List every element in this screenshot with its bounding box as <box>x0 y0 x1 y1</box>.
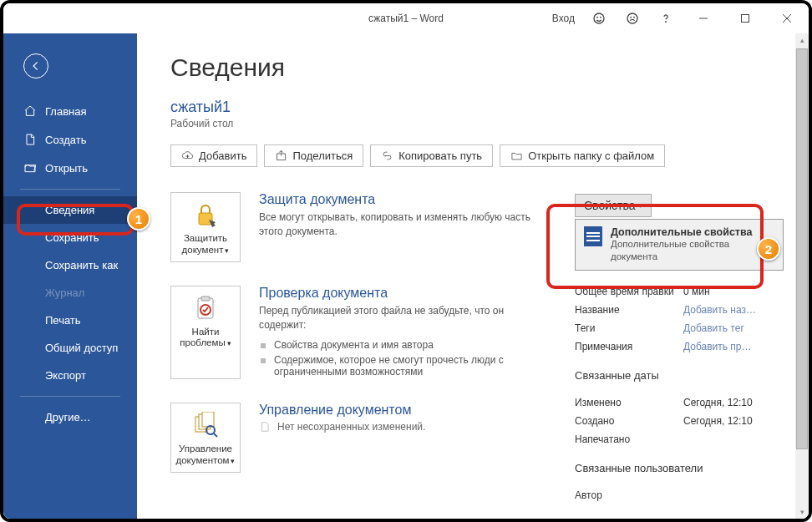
properties-dropdown-button[interactable]: Свойства ▾ <box>575 194 652 217</box>
prop-label: Теги <box>575 322 683 334</box>
btn-label: Свойства <box>584 199 635 212</box>
dropdown-title: Дополнительные свойства <box>611 226 774 238</box>
chevron-down-icon: ▾ <box>225 246 229 256</box>
sidebar-item-print[interactable]: Печать <box>3 307 137 334</box>
sidebar-label: Журнал <box>45 286 84 299</box>
prop-label: Общее время правки <box>575 286 683 297</box>
sidebar-item-home[interactable]: Главная <box>3 97 137 125</box>
svg-line-20 <box>214 433 217 437</box>
sidebar-item-history: Журнал <box>3 279 137 307</box>
backstage-sidebar: Главная Создать Открыть Сведения Сохрани… <box>3 33 137 519</box>
scrollbar[interactable]: ▴ ▾ <box>795 33 809 519</box>
sidebar-item-open[interactable]: Открыть <box>3 154 137 182</box>
prop-value: Сегодня, 12:10 <box>683 415 753 427</box>
window-title: сжатый1 – Word <box>368 13 444 24</box>
sidebar-item-info[interactable]: Сведения <box>3 196 137 224</box>
main-content: Сведения сжатый1 Рабочий стол Добавить П… <box>137 33 809 519</box>
annotation-badge-2: 2 <box>757 237 780 261</box>
prop-label: Создано <box>575 415 683 427</box>
document-icon <box>259 421 271 433</box>
advanced-properties-item[interactable]: Дополнительные свойства Дополнительные с… <box>575 219 784 271</box>
svg-point-6 <box>666 22 667 23</box>
sidebar-label: Экспорт <box>45 369 86 382</box>
sidebar-item-export[interactable]: Экспорт <box>3 362 137 389</box>
divider <box>20 396 120 397</box>
btn-label: Управление документом <box>176 443 232 465</box>
properties-icon <box>584 226 602 246</box>
close-button[interactable] <box>769 6 805 31</box>
sidebar-label: Сохранить <box>45 231 99 244</box>
scroll-up-icon[interactable]: ▴ <box>795 33 809 47</box>
btn-label: Защитить документ <box>182 233 228 255</box>
clipboard-check-icon <box>192 295 219 322</box>
copy-path-button[interactable]: Копировать путь <box>370 144 493 167</box>
section-title: Управление документом <box>259 403 425 418</box>
btn-label: Копировать путь <box>398 150 482 162</box>
sidebar-item-new[interactable]: Создать <box>3 125 137 154</box>
chevron-down-icon: ▾ <box>227 339 231 348</box>
list-item: Свойства документа и имя автора <box>259 337 541 352</box>
btn-label: Добавить <box>199 150 246 162</box>
sidebar-item-saveas[interactable]: Сохранить как <box>3 251 137 279</box>
sidebar-label: Создать <box>45 134 86 146</box>
file-toolbar: Добавить Поделиться Копировать путь Откр… <box>170 144 784 167</box>
section-title: Защита документа <box>259 192 541 207</box>
sad-icon[interactable] <box>618 6 647 31</box>
svg-rect-12 <box>199 213 212 225</box>
scroll-down-icon[interactable]: ▾ <box>795 505 809 519</box>
svg-point-3 <box>627 13 637 23</box>
sidebar-item-more[interactable]: Другие… <box>3 403 137 431</box>
chevron-down-icon: ▾ <box>231 457 235 466</box>
scroll-thumb[interactable] <box>796 48 808 449</box>
sidebar-label: Другие… <box>45 411 91 423</box>
svg-point-2 <box>601 17 601 18</box>
minimize-button[interactable] <box>685 6 722 31</box>
sidebar-item-share[interactable]: Общий доступ <box>3 334 137 362</box>
sidebar-label: Открыть <box>45 162 88 175</box>
login-link[interactable]: Вход <box>552 13 575 24</box>
btn-label: Найти проблемы <box>180 327 225 348</box>
section-desc: Все могут открывать, копировать и изменя… <box>259 210 541 240</box>
list-item: Содержимое, которое не смогут прочесть л… <box>259 352 541 379</box>
manage-document-button[interactable]: Управление документом▾ <box>170 403 241 473</box>
svg-rect-14 <box>201 296 210 301</box>
smile-icon[interactable] <box>585 6 613 31</box>
svg-rect-18 <box>202 412 214 427</box>
open-folder-button[interactable]: Открыть папку с файлом <box>500 144 665 167</box>
chevron-down-icon: ▾ <box>638 201 642 210</box>
back-button[interactable] <box>23 53 48 79</box>
prop-label: Название <box>575 304 683 316</box>
document-location: Рабочий стол <box>170 118 784 129</box>
svg-point-4 <box>631 17 632 18</box>
add-button[interactable]: Добавить <box>170 144 257 167</box>
protect-document-button[interactable]: Защитить документ▾ <box>170 192 241 262</box>
svg-point-5 <box>634 17 635 18</box>
prop-value[interactable]: Добавить тег <box>683 322 744 334</box>
prop-value: 0 мин <box>683 286 710 297</box>
svg-point-0 <box>594 13 604 23</box>
lock-icon <box>192 201 219 228</box>
maximize-button[interactable] <box>727 6 764 31</box>
btn-label: Открыть папку с файлом <box>528 150 654 162</box>
sidebar-item-save[interactable]: Сохранить <box>3 224 137 251</box>
titlebar: сжатый1 – Word Вход <box>3 3 809 33</box>
help-icon[interactable] <box>652 6 680 31</box>
sidebar-label: Сведения <box>45 204 94 216</box>
dates-header: Связанные даты <box>575 369 784 382</box>
sidebar-label: Главная <box>45 105 86 118</box>
sidebar-label: Общий доступ <box>45 342 118 354</box>
prop-label: Напечатано <box>575 433 683 445</box>
divider <box>20 189 120 190</box>
svg-point-1 <box>597 17 598 18</box>
sidebar-label: Сохранить как <box>45 259 118 271</box>
check-issues-button[interactable]: Найти проблемы▾ <box>170 286 241 380</box>
share-button[interactable]: Поделиться <box>264 144 363 167</box>
prop-label: Примечания <box>575 341 683 352</box>
prop-value[interactable]: Добавить пр… <box>683 341 752 352</box>
prop-value[interactable]: Добавить наз… <box>683 304 756 316</box>
prop-value: Сегодня, 12:10 <box>683 397 753 408</box>
prop-label: Изменено <box>575 397 683 408</box>
btn-label: Поделиться <box>292 150 353 162</box>
users-header: Связанные пользователи <box>575 462 784 474</box>
section-desc: Перед публикацией этого файла не забудьт… <box>259 304 541 333</box>
